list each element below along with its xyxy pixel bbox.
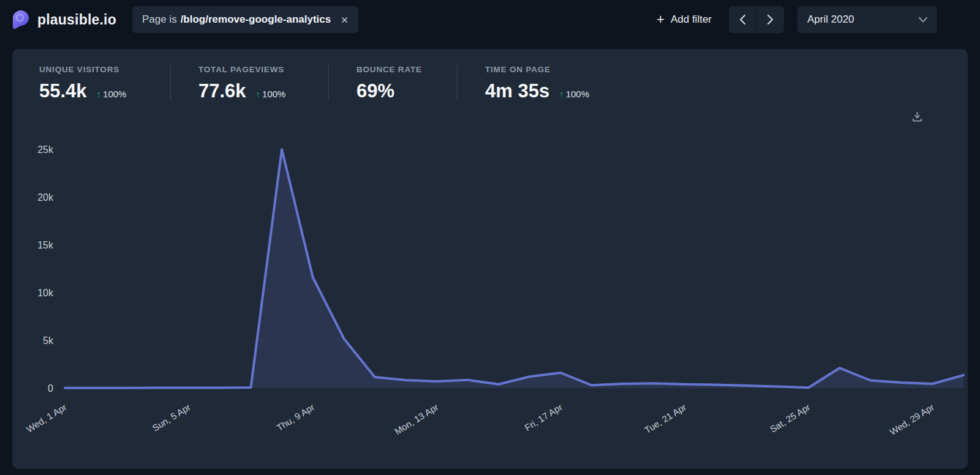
x-axis-tick: Mon, 13 Apr [393,402,440,436]
y-axis-tick: 20k [37,192,54,203]
page-filter-chip[interactable]: Page is /blog/remove-google-analytics ✕ [132,6,358,33]
y-axis-tick: 5k [43,335,54,346]
x-axis-tick: Wed, 1 Apr [24,402,69,435]
x-axis-tick: Thu, 9 Apr [275,402,317,433]
y-axis-tick: 0 [48,383,53,394]
x-axis-tick: Sat, 25 Apr [768,402,812,435]
next-period-button[interactable] [756,6,784,33]
y-axis-tick: 15k [37,240,54,250]
plausible-logo-icon [12,10,29,29]
y-axis-tick: 10k [37,288,54,298]
y-axis-tick: 25k [37,144,54,155]
header-bar: plausible.io Page is /blog/remove-google… [0,0,980,39]
filter-value: /blog/remove-google-analytics [181,13,331,26]
chevron-right-icon [767,15,773,24]
x-axis-tick: Tue, 21 Apr [643,402,688,435]
period-nav [729,6,784,33]
date-range-select[interactable]: April 2020 [797,6,937,33]
chevron-down-icon [919,17,927,23]
add-filter-label: Add filter [671,13,712,26]
dashboard-card: UNIQUE VISITORS 55.4k ↑ 100% TOTAL PAGEV… [12,49,968,469]
x-axis-tick: Sun, 5 Apr [151,402,192,433]
plausible-dashboard: plausible.io Page is /blog/remove-google… [0,0,980,475]
plus-icon: + [657,13,665,26]
date-range-value: April 2020 [807,13,854,26]
x-axis-tick: Fri, 17 Apr [522,402,564,433]
add-filter-button[interactable]: + Add filter [657,13,712,26]
brand-name: plausible.io [37,12,116,28]
chevron-left-icon [740,15,745,24]
brand[interactable]: plausible.io [12,10,116,29]
prev-period-button[interactable] [729,6,756,33]
filter-prefix: Page is [142,13,177,26]
close-icon[interactable]: ✕ [341,15,349,24]
x-axis-tick: Wed, 29 Apr [888,402,936,437]
visitors-line-chart[interactable]: 05k10k15k20k25kWed, 1 AprSun, 5 AprThu, … [12,49,968,469]
